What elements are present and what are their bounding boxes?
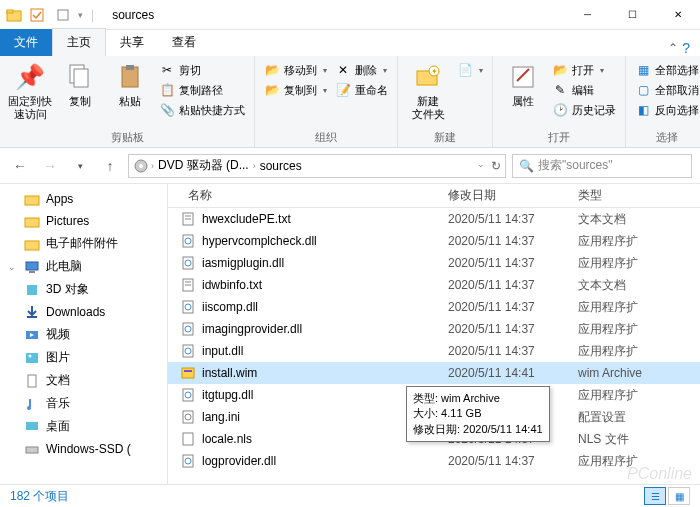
close-button[interactable]: ✕: [655, 0, 700, 30]
file-row[interactable]: imagingprovider.dll2020/5/11 14:37应用程序扩: [168, 318, 700, 340]
file-row[interactable]: hypervcomplcheck.dll2020/5/11 14:37应用程序扩: [168, 230, 700, 252]
svg-rect-20: [27, 316, 37, 318]
pc-icon: [24, 259, 40, 275]
details-view-button[interactable]: ☰: [644, 487, 666, 505]
video-icon: [24, 327, 40, 343]
wim-icon: [180, 365, 196, 381]
open-button[interactable]: 📂打开▾: [549, 61, 619, 79]
newfolder-button[interactable]: ✦ 新建 文件夹: [404, 59, 452, 123]
tab-file[interactable]: 文件: [0, 29, 52, 56]
search-box[interactable]: 🔍 搜索"sources": [512, 154, 692, 178]
svg-rect-7: [126, 65, 134, 70]
col-type[interactable]: 类型: [578, 187, 700, 204]
dll-icon: [180, 255, 196, 271]
properties-button[interactable]: 属性: [499, 59, 547, 110]
drive-icon: [24, 441, 40, 457]
file-row[interactable]: iasmigplugin.dll2020/5/11 14:37应用程序扩: [168, 252, 700, 274]
tree-item[interactable]: 文档: [0, 369, 167, 392]
delete-button[interactable]: ✕删除▾: [332, 61, 391, 79]
svg-rect-45: [184, 370, 192, 372]
history-button[interactable]: 🕑历史记录: [549, 101, 619, 119]
file-row[interactable]: idwbinfo.txt2020/5/11 14:37文本文档: [168, 274, 700, 296]
moveto-icon: 📂: [264, 62, 280, 78]
copyto-button[interactable]: 📂复制到▾: [261, 81, 330, 99]
tree-item[interactable]: Downloads: [0, 301, 167, 323]
dll-icon: [180, 321, 196, 337]
tree-item[interactable]: 3D 对象: [0, 278, 167, 301]
ribbon-tabs: 文件 主页 共享 查看 ⌃ ?: [0, 30, 700, 56]
forward-button[interactable]: →: [38, 154, 62, 178]
group-organize-label: 组织: [261, 128, 391, 145]
qat-more-icon[interactable]: ▾: [78, 10, 83, 20]
group-select-label: 选择: [632, 128, 700, 145]
maximize-button[interactable]: ☐: [610, 0, 655, 30]
file-row[interactable]: iiscomp.dll2020/5/11 14:37应用程序扩: [168, 296, 700, 318]
svg-point-25: [27, 406, 31, 410]
pasteshortcut-button[interactable]: 📎粘贴快捷方式: [156, 101, 248, 119]
col-date[interactable]: 修改日期: [448, 187, 578, 204]
address-dropdown-icon[interactable]: ⌄: [477, 159, 485, 173]
selectnone-icon: ▢: [635, 82, 651, 98]
cut-button[interactable]: ✂剪切: [156, 61, 248, 79]
tree-item[interactable]: 桌面: [0, 415, 167, 438]
svg-rect-19: [27, 285, 37, 295]
address-bar[interactable]: › DVD 驱动器 (D... › sources ⌄ ↻: [128, 154, 506, 178]
qat-dropdown-icon[interactable]: [52, 4, 74, 26]
collapse-ribbon-icon[interactable]: ⌃: [668, 41, 678, 55]
invert-button[interactable]: ◧反向选择: [632, 101, 700, 119]
paste-button[interactable]: 粘贴: [106, 59, 154, 110]
selectall-button[interactable]: ▦全部选择: [632, 61, 700, 79]
tab-view[interactable]: 查看: [158, 29, 210, 56]
file-row[interactable]: input.dll2020/5/11 14:37应用程序扩: [168, 340, 700, 362]
history-icon: 🕑: [552, 102, 568, 118]
copyto-icon: 📂: [264, 82, 280, 98]
downloads-icon: [24, 304, 40, 320]
file-row[interactable]: install.wim2020/5/11 14:41wim Archive: [168, 362, 700, 384]
selectnone-button[interactable]: ▢全部取消: [632, 81, 700, 99]
shortcut-icon: 📎: [159, 102, 175, 118]
refresh-button[interactable]: ↻: [491, 159, 501, 173]
rename-button[interactable]: 📝重命名: [332, 81, 391, 99]
qat-checkbox[interactable]: [26, 4, 48, 26]
file-row[interactable]: hwexcludePE.txt2020/5/11 14:37文本文档: [168, 208, 700, 230]
pictures-icon: [24, 350, 40, 366]
search-icon: 🔍: [519, 159, 534, 173]
tree-item[interactable]: 视频: [0, 323, 167, 346]
tree-item[interactable]: Apps: [0, 188, 167, 210]
selectall-icon: ▦: [635, 62, 651, 78]
copypath-button[interactable]: 📋复制路径: [156, 81, 248, 99]
back-button[interactable]: ←: [8, 154, 32, 178]
help-icon[interactable]: ?: [682, 40, 690, 56]
crumb-folder[interactable]: sources: [258, 159, 304, 173]
up-button[interactable]: ↑: [98, 154, 122, 178]
moveto-button[interactable]: 📂移动到▾: [261, 61, 330, 79]
crumb-drive[interactable]: DVD 驱动器 (D...: [156, 157, 251, 174]
tab-share[interactable]: 共享: [106, 29, 158, 56]
svg-point-13: [139, 164, 143, 168]
tree-item[interactable]: Windows-SSD (: [0, 438, 167, 460]
folder-icon: [24, 213, 40, 229]
tree-item[interactable]: 电子邮件附件: [0, 232, 167, 255]
recent-dropdown[interactable]: ▾: [68, 154, 92, 178]
col-name[interactable]: 名称: [168, 187, 448, 204]
icons-view-button[interactable]: ▦: [668, 487, 690, 505]
dll-icon: [180, 453, 196, 469]
tree-item[interactable]: ⌄此电脑: [0, 255, 167, 278]
minimize-button[interactable]: ─: [565, 0, 610, 30]
tab-home[interactable]: 主页: [52, 28, 106, 56]
newitem-button[interactable]: 📄▾: [454, 61, 486, 79]
file-row[interactable]: logprovider.dll2020/5/11 14:37应用程序扩: [168, 450, 700, 472]
drive-icon: [133, 158, 149, 174]
pin-quickaccess-button[interactable]: 📌 固定到快 速访问: [6, 59, 54, 123]
svg-rect-27: [26, 447, 38, 453]
tree-item[interactable]: 音乐: [0, 392, 167, 415]
edit-button[interactable]: ✎编辑: [549, 81, 619, 99]
tree-item[interactable]: 图片: [0, 346, 167, 369]
svg-rect-11: [513, 67, 533, 87]
tree-item[interactable]: Pictures: [0, 210, 167, 232]
file-icon: [180, 431, 196, 447]
copy-button[interactable]: 复制: [56, 59, 104, 110]
group-open-label: 打开: [499, 128, 619, 145]
open-icon: 📂: [552, 62, 568, 78]
nav-tree[interactable]: AppsPictures电子邮件附件⌄此电脑3D 对象Downloads视频图片…: [0, 184, 168, 484]
